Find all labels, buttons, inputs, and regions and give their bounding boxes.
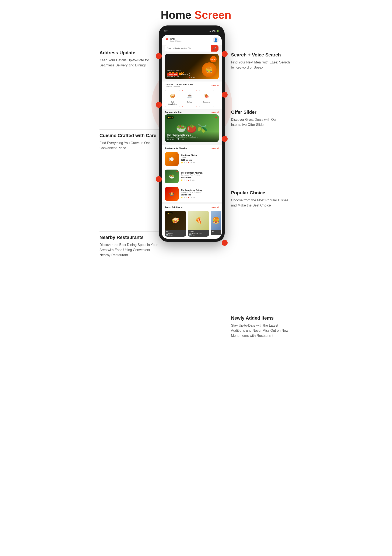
restaurant-item-2[interactable]: 🥗 ♥ The Phantom Kitchen Beverages, Fast … [162, 168, 222, 185]
fresh-card-3[interactable]: 🍔 1% G... [211, 211, 221, 237]
phone-notch-bar: 9:41 ▲ WiFi 🔋 [162, 28, 222, 33]
coffee-image: ☕ [185, 92, 194, 100]
location-pin-icon: 📍 [165, 38, 169, 42]
burger-image: 🍔 [202, 62, 216, 77]
dot-1[interactable] [189, 77, 190, 78]
red-dot-5 [222, 92, 228, 98]
restaurant-item-3[interactable]: 🍲 ♥ The Imaginary Eatery Healthy Food, N… [162, 185, 222, 203]
red-dot-2 [156, 102, 162, 108]
popular-heart-icon[interactable]: ♥ [215, 116, 217, 119]
fresh-rating-1: ⭐ 5.0 [166, 212, 173, 214]
desserts-image: 🍖 [202, 92, 211, 100]
restaurant-heart-3[interactable]: ♥ [176, 188, 178, 190]
restaurant-type-2: Beverages, Fast Food, ... [181, 174, 219, 176]
popular-title: Popular choice [165, 111, 182, 114]
left-annotations: Address Update Keep Your Details Up-to-D… [100, 25, 159, 270]
search-input[interactable] [165, 46, 211, 51]
popular-show-all[interactable]: Show All [211, 111, 219, 113]
phone-status-icons: ▲ WiFi 🔋 [209, 30, 219, 32]
restaurant-image-3: 🍲 ♥ [165, 187, 179, 201]
fresh-image-2: 🍕 [188, 211, 209, 230]
clock-icon: 🕐 [177, 138, 179, 140]
fresh-name-2: The 4 Cheese Pizza [189, 232, 208, 234]
restaurant-image-2: 🥗 ♥ [165, 170, 179, 183]
cuisine-title-group: Cuisine Crafted with Care Our Menu Selec… [165, 83, 193, 88]
offer-buttons: ORDER NOW FREE NOW [167, 73, 190, 76]
offer-slider[interactable]: SUPER DELICIOUS BURGER LIMITED OFFER ORD… [165, 54, 219, 79]
fresh-show-all[interactable]: Show All [211, 206, 219, 208]
fresh-card-1[interactable]: 🥪 ⭐ 5.0 4% Sendwhich 🕐 [165, 211, 186, 237]
star-icon: ⭐ [167, 212, 169, 214]
cuisine-item-desserts[interactable]: 🍖 Desserts [199, 90, 214, 107]
time-1: 10 min [190, 162, 195, 164]
mic-button[interactable]: 🎤 [211, 45, 218, 52]
restaurant-info-3: The Imaginary Eatery Healthy Food, North… [181, 189, 219, 199]
restaurant-heart-2[interactable]: ♥ [176, 170, 178, 173]
nearby-show-all[interactable]: Show All [211, 147, 219, 149]
red-dot-4 [222, 51, 228, 57]
red-dot-3 [156, 176, 162, 182]
divider [100, 47, 159, 47]
annotation-address-update: Address Update Keep Your Details Up-to-D… [100, 47, 159, 68]
popular-rating: ⭐ 4.3 [167, 116, 174, 119]
restaurant-price-3: $90 for one [181, 194, 219, 196]
location-info[interactable]: 📍 bhuj Bhuj, 370001 [165, 38, 182, 42]
profile-icon[interactable]: 👤 [213, 37, 219, 43]
fresh-discount-1: 4% [166, 231, 185, 232]
dot-icon: ● [188, 196, 189, 199]
phone-screen: 📍 bhuj Bhuj, 370001 👤 🎤 [162, 35, 222, 239]
page-title-black: Home [161, 9, 194, 21]
phone-wrapper: 9:41 ▲ WiFi 🔋 📍 bhuj Bhuj, 370001 👤 [159, 25, 225, 242]
fresh-overlay-3: 1% G... [211, 230, 221, 235]
annotation-title: Cuisine Crafted with Care [100, 133, 159, 138]
restaurant-price-1: $120 for one [181, 159, 219, 161]
fresh-list: 🥪 ⭐ 5.0 4% Sendwhich 🕐 [162, 209, 222, 239]
fresh-overlay-2: 0.29% The 4 Cheese Pizza 🕐 9 min [188, 230, 209, 237]
red-dot-7 [222, 240, 228, 246]
popular-restaurant-name: The Phantom Kitchen [167, 134, 216, 136]
restaurants-section: Restaurants Nearby Show All 🍽️ ♥ The Fau… [162, 145, 222, 203]
fresh-time-value-2: 9 min [191, 234, 195, 236]
star-icon: ⭐ [168, 116, 170, 118]
restaurant-item-1[interactable]: 🍽️ ♥ The Faux Bistro Coffee $120 for one… [162, 150, 222, 168]
cuisine-item-coffee[interactable]: ☕ Coffee [182, 90, 197, 107]
red-dot-6 [222, 136, 228, 142]
cuisine-item-grill-sandwich[interactable]: 🥪 Grill Sandwich [165, 90, 180, 107]
time-3: 10 min [190, 196, 195, 198]
fresh-name-1: Sendwhich [166, 232, 185, 234]
annotation-search: Search + Voice Search Find Your Next Mea… [231, 49, 292, 70]
location-text: bhuj Bhuj, 370001 [170, 38, 182, 42]
annotation-title: Offer Slider [231, 109, 292, 115]
dot-3[interactable] [193, 77, 194, 78]
star-icon: ⭐ [181, 179, 183, 181]
annotation-desc: Discover the Best Dining Spots in Your A… [100, 242, 159, 258]
annotation-title: Newly Added Items [231, 315, 292, 321]
annotation-desc: Stay Up-to-Date with the Latest Addition… [231, 323, 292, 338]
phone-notch [182, 29, 195, 33]
order-now-button[interactable]: ORDER NOW [167, 73, 178, 76]
annotation-title: Address Update [100, 50, 159, 56]
popular-tags: Beverages, Fast Food, Healthy Food, Sala… [167, 136, 216, 138]
rating-3: 4.0 [184, 196, 186, 198]
free-now-button[interactable]: FREE NOW [180, 73, 190, 76]
fresh-overlay-1: 4% Sendwhich 🕐 10 min [165, 230, 186, 237]
popular-overlay: The Phantom Kitchen Beverages, Fast Food… [165, 131, 219, 142]
fresh-time-value-1: 10 min [169, 234, 173, 236]
fresh-rating-value-1: 5.0 [169, 212, 172, 214]
fresh-card-2[interactable]: 🍕 0.29% The 4 Cheese Pizza 🕐 9 min [188, 211, 209, 237]
fresh-image-1: 🥪 ⭐ 5.0 [165, 211, 186, 230]
nearby-header: Restaurants Nearby Show All [162, 145, 222, 150]
offer-dots [189, 77, 194, 78]
clock-icon: 🕐 [189, 234, 191, 236]
phone-frame: 9:41 ▲ WiFi 🔋 📍 bhuj Bhuj, 370001 👤 [159, 25, 225, 242]
cuisine-list: 🥪 Grill Sandwich ☕ Coffee 🍖 Desserts [162, 88, 222, 109]
location-city: bhuj [170, 38, 182, 40]
cuisine-show-all[interactable]: Show All [211, 85, 219, 87]
search-bar: 🎤 [165, 45, 219, 52]
restaurant-heart-1[interactable]: ♥ [176, 153, 178, 155]
popular-card[interactable]: 🥗🍅🫒 ⭐ 4.3 ♥ The Phantom Kitchen Beverage… [165, 114, 219, 142]
page-title-red: Screen [194, 9, 231, 21]
grill-sandwich-label: Grill Sandwich [167, 101, 178, 105]
dot-2[interactable] [191, 77, 192, 78]
annotation-newly-added: Newly Added Items Stay Up-to-Date with t… [231, 312, 292, 338]
